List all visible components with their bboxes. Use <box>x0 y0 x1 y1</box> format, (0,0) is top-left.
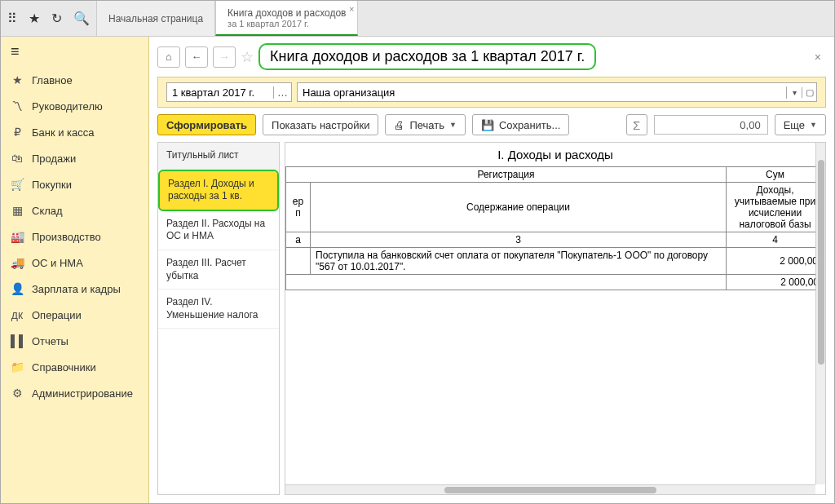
sidebar-label: Банк и касса <box>32 126 95 139</box>
menu-icon[interactable]: ≡ <box>1 37 148 67</box>
save-button[interactable]: 💾Сохранить... <box>472 114 569 135</box>
section-title[interactable]: Титульный лист <box>158 143 279 170</box>
section-label: Раздел IV. Уменьшение налога <box>166 296 258 321</box>
sidebar-item-manager[interactable]: 〽Руководителю <box>1 93 148 119</box>
forward-button[interactable]: → <box>213 46 236 68</box>
apps-icon[interactable]: ⠿ <box>7 11 17 26</box>
sum-value[interactable]: 0,00 <box>654 115 768 135</box>
favorite-icon[interactable]: ☆ <box>241 48 254 66</box>
sidebar-item-bank[interactable]: ₽Банк и касса <box>1 119 148 145</box>
report-table: Регистрация Сум ерп Содержание операции … <box>285 166 825 290</box>
cell-np <box>286 248 311 275</box>
chevron-down-icon[interactable]: ▼ <box>449 121 457 129</box>
sidebar-label: Операции <box>32 309 82 321</box>
disk-icon: 💾 <box>481 119 494 131</box>
sidebar-item-salary[interactable]: 👤Зарплата и кадры <box>1 276 148 302</box>
section-assets[interactable]: Раздел II. Расходы на ОС и НМА <box>158 211 279 250</box>
close-icon[interactable]: × <box>349 4 354 14</box>
table-row[interactable]: Поступила на банковский счет оплата от п… <box>286 248 824 275</box>
close-icon[interactable]: × <box>815 51 826 64</box>
col-operation: Содержание операции <box>311 183 727 232</box>
period-value: 1 квартал 2017 г. <box>167 86 273 99</box>
tab-sublabel: за 1 квартал 2017 г. <box>228 19 346 29</box>
sidebar-item-stock[interactable]: ▦Склад <box>1 197 148 223</box>
sidebar-item-reference[interactable]: 📁Справочники <box>1 354 148 380</box>
more-button[interactable]: Еще▼ <box>775 114 826 135</box>
factory-icon: 🏭 <box>11 230 24 243</box>
cart-icon: 🛒 <box>11 178 24 191</box>
truck-icon: 🚚 <box>11 256 24 269</box>
org-value: Наша организация <box>298 86 787 99</box>
box-icon: ▦ <box>11 204 24 217</box>
tab-book[interactable]: Книга доходов и расходов за 1 квартал 20… <box>215 1 358 36</box>
sidebar-label: Продажи <box>32 153 76 165</box>
tab-label: Книга доходов и расходов <box>228 7 346 19</box>
period-picker-icon[interactable]: … <box>273 86 291 99</box>
colnum-4: 4 <box>727 232 824 248</box>
gear-icon: ⚙ <box>11 387 24 400</box>
scrollbar-horizontal[interactable] <box>285 484 815 494</box>
section-income[interactable]: Раздел I. Доходы и расходы за 1 кв. <box>158 170 279 211</box>
sum-button[interactable]: Σ <box>626 114 647 135</box>
section-label: Раздел III. Расчет убытка <box>166 257 246 281</box>
back-button[interactable]: ← <box>185 46 208 68</box>
sidebar-item-reports[interactable]: ▌▌Отчеты <box>1 328 148 354</box>
section-label: Титульный лист <box>166 149 239 161</box>
sidebar-label: Зарплата и кадры <box>32 283 121 295</box>
print-button[interactable]: 🖨Печать▼ <box>385 114 466 135</box>
sidebar-item-sales[interactable]: 🛍Продажи <box>1 145 148 171</box>
colnum-3: 3 <box>311 232 727 248</box>
chevron-down-icon[interactable]: ▼ <box>810 121 817 129</box>
chart-icon: 〽 <box>11 99 24 113</box>
search-icon[interactable]: 🔍 <box>73 11 90 26</box>
printer-icon: 🖨 <box>394 119 404 131</box>
settings-button[interactable]: Показать настройки <box>263 114 378 135</box>
bag-icon: 🛍 <box>11 152 24 165</box>
ruble-icon: ₽ <box>11 126 24 139</box>
sidebar-item-admin[interactable]: ⚙Администрирование <box>1 380 148 406</box>
scrollbar-vertical[interactable] <box>815 143 825 484</box>
sidebar-item-operations[interactable]: дкОперации <box>1 302 148 328</box>
report-area[interactable]: I. Доходы и расходы Регистрация Сум ерп … <box>285 142 826 495</box>
sidebar-label: Склад <box>32 205 63 217</box>
cell-text: Поступила на банковский счет оплата от п… <box>311 248 727 275</box>
colnum: а <box>286 232 311 248</box>
section-label: Раздел II. Расходы на ОС и НМА <box>166 218 265 242</box>
sidebar-label: Покупки <box>32 179 72 191</box>
sidebar-label: Справочники <box>32 361 96 374</box>
org-field[interactable]: Наша организация ▾ ▢ <box>297 82 817 102</box>
sidebar-label: Производство <box>32 231 101 243</box>
print-label: Печать <box>409 119 444 131</box>
sidebar-item-production[interactable]: 🏭Производство <box>1 223 148 250</box>
sidebar-label: Отчеты <box>32 335 68 347</box>
sidebar-item-main[interactable]: ★Главное <box>1 67 148 93</box>
more-label: Еще <box>784 119 805 131</box>
open-icon[interactable]: ▢ <box>802 87 816 98</box>
form-button[interactable]: Сформировать <box>157 114 256 135</box>
period-field[interactable]: 1 квартал 2017 г. … <box>166 82 292 102</box>
history-icon[interactable]: ↻ <box>51 11 62 26</box>
sidebar-item-assets[interactable]: 🚚ОС и НМА <box>1 250 148 276</box>
ops-icon: дк <box>11 308 24 321</box>
col-np: ерп <box>286 183 311 232</box>
section-label: Раздел I. Доходы и расходы за 1 кв. <box>168 178 254 202</box>
col-tax: Доходы, учитываемые при исчислении налог… <box>727 183 824 232</box>
table-total-row: 2 000,00 <box>286 275 824 290</box>
sections-list: Титульный лист Раздел I. Доходы и расход… <box>157 142 280 495</box>
folder-icon: 📁 <box>11 360 24 374</box>
star-icon[interactable]: ★ <box>29 11 40 26</box>
sidebar-item-purchases[interactable]: 🛒Покупки <box>1 171 148 197</box>
col-sum: Сум <box>727 167 824 183</box>
home-button[interactable]: ⌂ <box>157 46 180 68</box>
chevron-down-icon[interactable]: ▾ <box>787 88 802 97</box>
star-icon: ★ <box>11 73 24 86</box>
section-loss[interactable]: Раздел III. Расчет убытка <box>158 250 279 290</box>
col-registration: Регистрация <box>286 167 727 183</box>
form-label: Сформировать <box>166 119 247 131</box>
section-tax[interactable]: Раздел IV. Уменьшение налога <box>158 290 279 329</box>
tab-label: Начальная страница <box>108 13 203 24</box>
cell-sum: 2 000,00 <box>727 248 824 275</box>
params-bar: 1 квартал 2017 г. … Наша организация ▾ ▢ <box>157 77 826 108</box>
tab-home[interactable]: Начальная страница <box>96 1 215 36</box>
sidebar-label: Руководителю <box>32 100 103 113</box>
